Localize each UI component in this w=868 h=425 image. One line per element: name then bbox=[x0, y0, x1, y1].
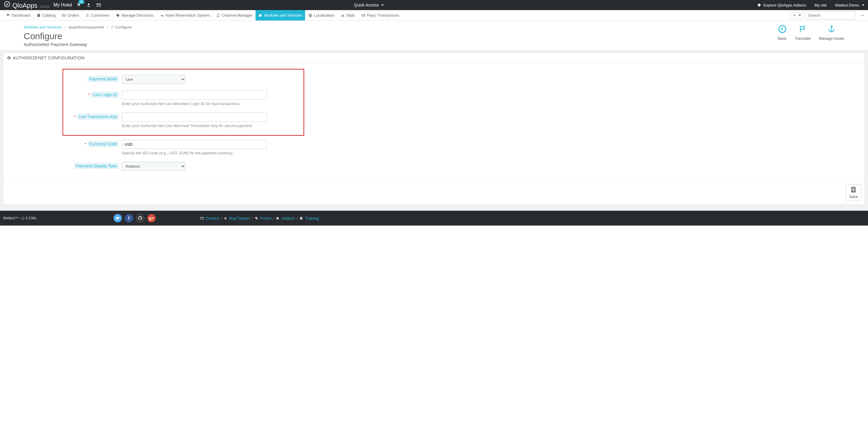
nav-dashboard[interactable]: Dashboard bbox=[3, 10, 34, 21]
breadcrumb-modules[interactable]: Modules and Services bbox=[24, 25, 62, 29]
gauge-icon bbox=[6, 13, 10, 18]
globe-icon bbox=[308, 13, 312, 18]
caret-down-icon bbox=[381, 4, 383, 6]
arrow-left-circle-icon bbox=[778, 25, 786, 35]
translate-button[interactable]: Translate bbox=[795, 25, 811, 41]
svg-rect-11 bbox=[342, 14, 343, 17]
svg-point-2 bbox=[79, 6, 80, 6]
footer-addons[interactable]: Addons bbox=[282, 216, 295, 221]
anchor-icon bbox=[819, 25, 844, 35]
svg-rect-4 bbox=[62, 14, 65, 16]
help-live-login-id: Enter your Authorize.Net Live Merchant L… bbox=[122, 102, 288, 106]
load-time: 0.138s bbox=[26, 216, 36, 220]
github-icon bbox=[138, 216, 143, 221]
github-link[interactable] bbox=[136, 214, 144, 222]
explore-addons-link[interactable]: Explore QloApps Addons bbox=[757, 3, 806, 7]
nav-channel-manager[interactable]: Channel Manager bbox=[213, 10, 255, 21]
search-scope-button[interactable] bbox=[790, 12, 804, 19]
svg-rect-21 bbox=[852, 190, 855, 192]
svg-point-8 bbox=[117, 14, 117, 15]
svg-rect-13 bbox=[362, 14, 365, 16]
cart-badge: 20 bbox=[78, 0, 85, 4]
cart-button[interactable]: 20 bbox=[76, 2, 81, 8]
svg-rect-12 bbox=[343, 15, 344, 17]
svg-point-15 bbox=[793, 14, 795, 16]
nav-orders[interactable]: Orders bbox=[59, 10, 83, 21]
nav-localization[interactable]: Localization bbox=[305, 10, 338, 21]
help-live-trans-key: Enter your Authorize.Net Live Merchant T… bbox=[122, 123, 288, 128]
user-menu[interactable]: Webkul Demo bbox=[835, 3, 864, 7]
footer: Webkul™ - 0.138s f g+ Contact/ Bug Track… bbox=[0, 211, 868, 226]
nav-customers[interactable]: Customers bbox=[83, 10, 113, 21]
nav-modules-services[interactable]: Modules and Services bbox=[255, 10, 305, 21]
nav-payu[interactable]: PayU Transactions bbox=[359, 10, 403, 21]
puzzle-icon bbox=[276, 216, 280, 220]
bug-icon bbox=[223, 216, 227, 220]
page-header: Modules and Services / qloauthorizepayme… bbox=[0, 21, 868, 50]
nav-hotel-reservation[interactable]: Hotel Reservation System bbox=[157, 10, 213, 21]
currency-code-input[interactable] bbox=[122, 140, 267, 149]
refresh-icon bbox=[216, 13, 220, 18]
highlighted-section: Payment Mode Live *Live Login ID Enter y… bbox=[63, 69, 304, 136]
book-icon bbox=[37, 13, 41, 18]
book-icon bbox=[300, 216, 303, 220]
live-trans-key-input[interactable] bbox=[122, 112, 267, 122]
footer-copyright: Webkul™ - 0.138s bbox=[3, 216, 36, 220]
save-button[interactable]: Save bbox=[846, 184, 861, 201]
envelope-icon[interactable] bbox=[96, 3, 101, 7]
help-currency-code: Specify the ISO code (e.g., USD, EUR) fo… bbox=[122, 151, 300, 155]
caret-down-icon bbox=[862, 4, 864, 6]
footer-training[interactable]: Training bbox=[305, 216, 319, 221]
payment-mode-select[interactable]: Live bbox=[122, 75, 186, 84]
nav-stats[interactable]: Stats bbox=[338, 10, 359, 21]
users-icon bbox=[85, 13, 90, 18]
live-login-id-input[interactable] bbox=[122, 90, 267, 100]
hotel-name[interactable]: My Hotel bbox=[53, 2, 72, 8]
version-label: 1.6.0.0 bbox=[39, 5, 49, 8]
svg-line-16 bbox=[795, 16, 796, 17]
label-payment-mode: Payment Mode bbox=[88, 76, 119, 82]
overflow-menu[interactable]: ⋯ bbox=[861, 13, 865, 18]
brand-logo[interactable]: QloApps 1.6.0.0 bbox=[4, 1, 49, 9]
footer-forum[interactable]: Forum bbox=[260, 216, 272, 221]
twitter-link[interactable] bbox=[114, 214, 122, 222]
wrench-icon bbox=[111, 26, 114, 28]
search-input[interactable] bbox=[805, 11, 856, 19]
page-subtitle: AuthorizeNet Payment Gateway bbox=[24, 42, 132, 47]
manage-hooks-button[interactable]: Manage hooks bbox=[819, 25, 844, 41]
nav-discounts[interactable]: Manage Discounts bbox=[113, 10, 157, 21]
googleplus-link[interactable]: g+ bbox=[147, 214, 156, 222]
nav-catalog[interactable]: Catalog bbox=[34, 10, 59, 21]
tag-icon bbox=[116, 13, 120, 18]
back-button[interactable]: Back bbox=[778, 25, 786, 41]
svg-point-7 bbox=[88, 14, 89, 15]
gear-icon bbox=[7, 56, 11, 60]
my-site-link[interactable]: My site bbox=[814, 3, 827, 7]
display-type-select[interactable]: Redirect bbox=[122, 162, 186, 171]
puzzle-icon bbox=[258, 13, 262, 18]
svg-point-3 bbox=[88, 4, 89, 5]
svg-point-18 bbox=[831, 26, 832, 28]
svg-point-17 bbox=[779, 26, 785, 32]
search-icon bbox=[793, 13, 796, 17]
brand-name: QloApps bbox=[12, 2, 37, 9]
footer-bug-tracker[interactable]: Bug Tracker bbox=[229, 216, 250, 221]
facebook-link[interactable]: f bbox=[125, 214, 133, 222]
user-icon[interactable] bbox=[86, 3, 91, 7]
bed-icon bbox=[160, 13, 164, 18]
save-icon bbox=[849, 187, 858, 194]
panel-heading: AUTHORIZENET CONFIGURATION bbox=[3, 53, 865, 63]
comments-icon bbox=[255, 216, 258, 220]
puzzle-icon bbox=[757, 3, 762, 7]
footer-contact[interactable]: Contact bbox=[206, 216, 219, 221]
label-display-type: Payment Display Type bbox=[74, 163, 119, 169]
quick-access-menu[interactable]: Quick Access bbox=[354, 3, 383, 7]
breadcrumb-configure: Configure bbox=[115, 25, 132, 29]
caret-down-icon bbox=[799, 15, 801, 16]
breadcrumb-module-name: qloauthorizepayment bbox=[68, 25, 104, 29]
label-live-trans-key: Live Transaction Key bbox=[77, 113, 119, 120]
svg-point-1 bbox=[78, 6, 78, 6]
config-panel: AUTHORIZENET CONFIGURATION Payment Mode … bbox=[3, 52, 865, 205]
clock-icon bbox=[21, 217, 25, 220]
label-currency-code: Currency Code bbox=[88, 141, 119, 147]
